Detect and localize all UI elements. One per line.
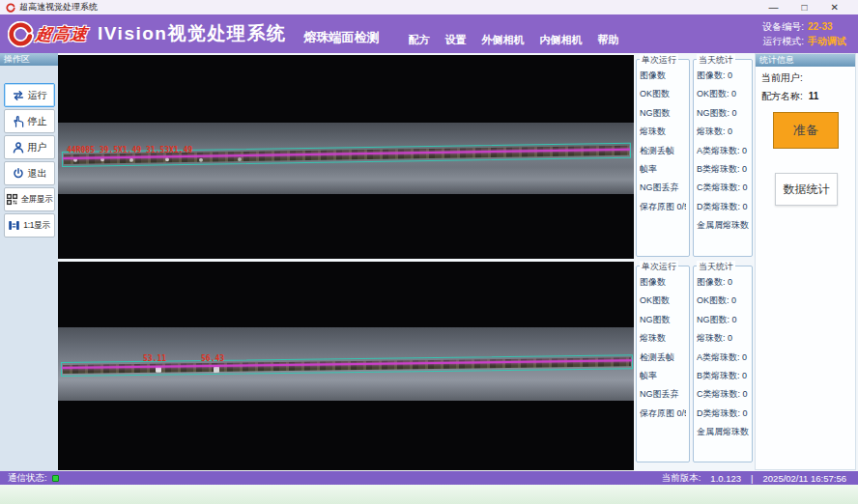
stat-row: A类熔珠数: 0 <box>697 351 749 370</box>
stop-button[interactable]: 停止 <box>4 109 55 133</box>
stat-row: 帧率 <box>640 370 686 388</box>
operation-sidebar: 操作区 运行 停止 用户 退出 <box>0 53 58 471</box>
stat-row: NG图数: 0 <box>697 314 749 332</box>
run-button[interactable]: 运行 <box>4 83 55 107</box>
stat-row: 熔珠数: 0 <box>697 332 749 350</box>
datetime-value: 2025/02/11 16:57:56 <box>763 473 846 484</box>
groupbox-title: 当天统计 <box>697 261 735 273</box>
stat-row: B类熔珠数: 0 <box>697 163 749 182</box>
comm-status-label: 通信状态: <box>8 472 47 485</box>
stat-row: 熔珠数: 0 <box>697 126 749 144</box>
fullscreen-grid-icon <box>6 193 18 206</box>
stat-row: D类熔珠数: 0 <box>697 407 749 426</box>
stat-row: OK图数: 0 <box>697 88 749 106</box>
stat-row: OK图数 <box>640 88 686 106</box>
version-value: 1.0.123 <box>710 473 741 484</box>
minimize-icon[interactable]: — <box>769 0 779 14</box>
stat-row: OK图数 <box>640 294 686 313</box>
app-window: 超高速视觉处理系统 — □ ✕ 超高速 IVision视觉处理系统 熔珠端面检测… <box>0 0 858 485</box>
stat-row: 保存原图 0/500 <box>640 201 686 219</box>
stat-row: NG图数 <box>640 314 686 332</box>
user-button-label: 用户 <box>28 141 47 154</box>
data-statistics-button[interactable]: 数据统计 <box>775 173 838 206</box>
menu-item-help[interactable]: 帮助 <box>597 33 618 47</box>
window-title: 超高速视觉处理系统 <box>19 1 98 14</box>
fullscreen-button-label: 全屏显示 <box>21 194 53 206</box>
groupbox-title: 单次运行 <box>640 261 678 273</box>
stat-row: 图像数: 0 <box>697 276 749 294</box>
menubar: 配方 设置 外侧相机 内侧相机 帮助 <box>408 33 618 47</box>
restore-icon[interactable]: □ <box>802 0 808 14</box>
power-icon <box>12 167 25 181</box>
device-id-value: 22-33 <box>808 21 833 32</box>
camera-view-inner: 53.11 56.43 <box>58 262 634 470</box>
sidebar-header: 操作区 <box>0 53 58 66</box>
desktop-background <box>0 485 858 504</box>
comm-status-indicator <box>52 475 59 482</box>
prepare-button[interactable]: 准备 <box>773 112 839 149</box>
groupbox-title: 当天统计 <box>697 54 735 67</box>
status-separator: | <box>751 473 753 484</box>
single-run-stats-bottom: 单次运行 图像数 OK图数 NG图数 熔珠数 检测丢帧 帧率 NG图丢弃 保存原… <box>636 266 690 462</box>
stat-row: 金属屑熔珠数: 0 <box>697 426 749 444</box>
stat-row: 检测丢帧 <box>640 145 686 163</box>
stat-row: NG图数: 0 <box>697 107 749 126</box>
stat-row: 帧率 <box>640 163 686 182</box>
logo-swoosh-icon <box>8 21 34 47</box>
user-button[interactable]: 用户 <box>4 135 55 159</box>
statistics-panel-header: 统计信息 <box>756 54 855 67</box>
fullscreen-button[interactable]: 全屏显示 <box>4 187 55 211</box>
stat-row: NG图数 <box>640 107 686 126</box>
stat-row: C类熔珠数: 0 <box>697 388 749 406</box>
one-to-one-button-label: 1:1显示 <box>23 220 49 232</box>
device-id-label: 设备编号: <box>762 21 804 32</box>
device-info: 设备编号:22-33 运行模式:手动调试 <box>762 19 846 49</box>
annotation-text: 56.43 <box>201 354 224 363</box>
exit-button[interactable]: 退出 <box>4 161 55 185</box>
app-icon <box>6 3 15 13</box>
current-user-label: 当前用户: <box>761 72 803 83</box>
page-title: IVision视觉处理系统 <box>98 21 286 46</box>
user-icon <box>12 141 25 154</box>
one-to-one-button[interactable]: 1:1显示 <box>4 213 55 238</box>
run-mode-value: 手动调试 <box>808 36 846 46</box>
app-header: 超高速 IVision视觉处理系统 熔珠端面检测 配方 设置 外侧相机 内侧相机… <box>0 14 858 53</box>
stat-row: B类熔珠数: 0 <box>697 370 749 388</box>
os-titlebar: 超高速视觉处理系统 — □ ✕ <box>0 0 858 14</box>
stat-row: 金属屑熔珠数: 0 <box>697 219 749 238</box>
status-bar: 通信状态: 当前版本: 1.0.123 | 2025/02/11 16:57:5… <box>0 471 858 485</box>
stat-row: C类熔珠数: 0 <box>697 182 749 200</box>
stat-row: A类熔珠数: 0 <box>697 145 749 163</box>
stat-row: 检测丢帧 <box>640 351 686 370</box>
menu-item-settings[interactable]: 设置 <box>444 33 466 47</box>
stop-button-label: 停止 <box>28 115 47 128</box>
stat-row: 保存原图 0/500 <box>640 407 686 426</box>
run-mode-label: 运行模式: <box>762 36 804 46</box>
recipe-name-value: 11 <box>809 91 819 101</box>
menu-item-inner-camera[interactable]: 内侧相机 <box>539 33 582 47</box>
stat-row: OK图数: 0 <box>697 294 749 313</box>
stat-row: D类熔珠数: 0 <box>697 201 749 219</box>
screen: 超高速视觉处理系统 — □ ✕ 超高速 IVision视觉处理系统 熔珠端面检测… <box>0 0 858 504</box>
stat-row: 图像数 <box>640 276 686 294</box>
recipe-name-label: 配方名称: <box>761 91 803 101</box>
stat-row: NG图丢弃 <box>640 182 686 200</box>
stat-row: 图像数 <box>640 70 686 88</box>
menu-item-outer-camera[interactable]: 外侧相机 <box>481 33 524 47</box>
stat-row: 熔珠数 <box>640 332 686 350</box>
version-label: 当前版本: <box>662 472 701 485</box>
close-icon[interactable]: ✕ <box>831 0 839 14</box>
stat-row: 图像数: 0 <box>697 70 749 88</box>
one-to-one-icon <box>8 219 20 232</box>
menu-item-recipe[interactable]: 配方 <box>408 33 429 47</box>
brand-logo: 超高速 <box>8 21 88 47</box>
daily-stats-top: 当天统计 图像数: 0 OK图数: 0 NG图数: 0 熔珠数: 0 A类熔珠数… <box>693 59 753 257</box>
daily-stats-bottom: 当天统计 图像数: 0 OK图数: 0 NG图数: 0 熔珠数: 0 A类熔珠数… <box>693 266 753 462</box>
camera-view-outer: 44R085 39.5X1.49 31.53X1.49 <box>58 55 634 259</box>
statistics-info-panel: 统计信息 当前用户: 配方名称:11 准备 数据统计 <box>755 53 856 470</box>
logo-text: 超高速 <box>34 23 89 45</box>
run-button-label: 运行 <box>28 89 47 102</box>
run-icon <box>12 89 25 102</box>
annotation-text: 53.11 <box>143 354 166 363</box>
page-subtitle: 熔珠端面检测 <box>303 29 379 46</box>
